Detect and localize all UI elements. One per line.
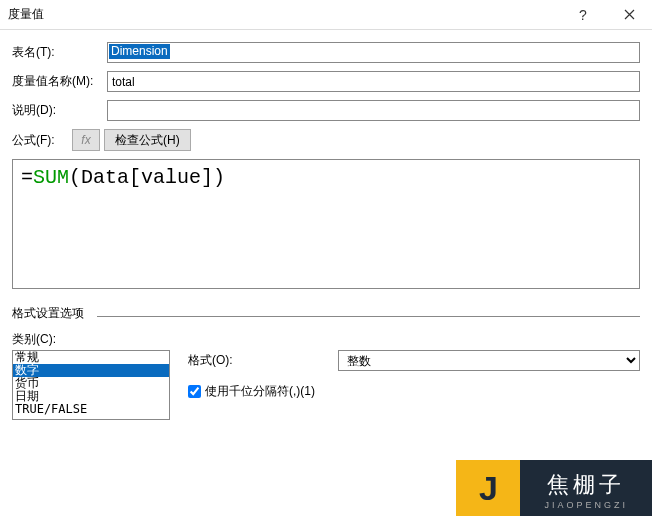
watermark-text: 焦棚子 JIAOPENGZI xyxy=(520,460,652,516)
watermark-logo: J xyxy=(456,460,520,516)
desc-input[interactable] xyxy=(107,100,640,121)
dialog-content: 表名(T): Dimension 度量值名称(M): 说明(D): 公式(F):… xyxy=(0,30,652,420)
table-select-value: Dimension xyxy=(109,44,170,59)
formula-label: 公式(F): xyxy=(12,132,72,149)
close-button[interactable] xyxy=(606,0,652,30)
separator xyxy=(97,316,640,317)
titlebar: 度量值 ? xyxy=(0,0,652,30)
fx-button[interactable]: fx xyxy=(72,129,100,151)
list-item[interactable]: TRUE/FALSE xyxy=(13,403,169,416)
check-formula-button[interactable]: 检查公式(H) xyxy=(104,129,191,151)
watermark-cn: 焦棚子 xyxy=(547,470,625,500)
help-button[interactable]: ? xyxy=(560,0,606,30)
table-select-wrap: Dimension xyxy=(107,42,640,63)
formula-open: ( xyxy=(69,166,81,189)
table-label: 表名(T): xyxy=(12,44,107,61)
thousands-checkbox[interactable] xyxy=(188,385,201,398)
watermark: J 焦棚子 JIAOPENGZI xyxy=(456,460,652,516)
category-listbox[interactable]: 常规 数字 货币 日期 TRUE/FALSE xyxy=(12,350,170,420)
formula-close: ) xyxy=(213,166,225,189)
format-label: 格式(O): xyxy=(188,352,338,369)
measure-label: 度量值名称(M): xyxy=(12,73,107,90)
desc-label: 说明(D): xyxy=(12,102,107,119)
measure-input[interactable] xyxy=(107,71,640,92)
category-label: 类别(C): xyxy=(12,331,640,348)
close-icon xyxy=(624,9,635,20)
watermark-py: JIAOPENGZI xyxy=(544,500,628,510)
formula-arg: Data[value] xyxy=(81,166,213,189)
formula-editor[interactable]: =SUM(Data[value]) xyxy=(12,159,640,289)
formula-eq: = xyxy=(21,166,33,189)
formula-fn: SUM xyxy=(33,166,69,189)
table-select[interactable] xyxy=(107,42,640,63)
thousands-label: 使用千位分隔符(,)(1) xyxy=(205,383,315,400)
format-select[interactable]: 整数 xyxy=(338,350,640,371)
window-title: 度量值 xyxy=(8,6,560,23)
